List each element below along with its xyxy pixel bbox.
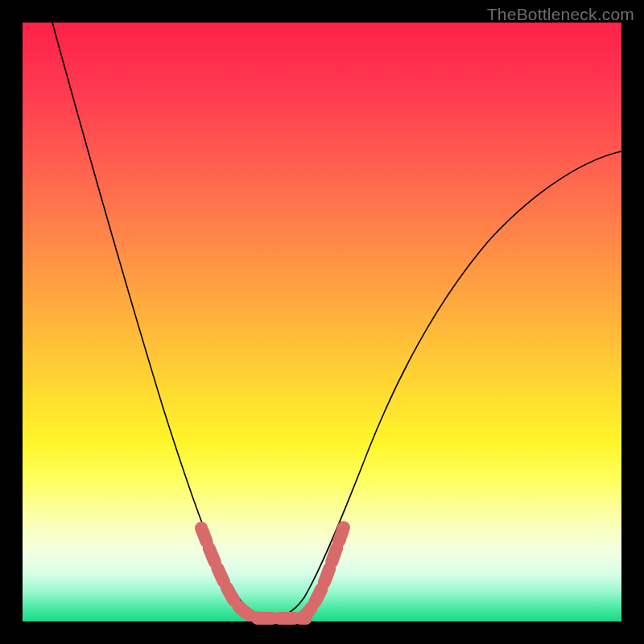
highlight-overlay-left — [201, 528, 262, 618]
highlight-overlay-right — [301, 525, 345, 618]
watermark-text: TheBottleneck.com — [487, 5, 634, 24]
plot-area — [23, 23, 621, 621]
chart-frame: TheBottleneck.com — [0, 0, 644, 644]
curve-svg — [23, 23, 621, 621]
